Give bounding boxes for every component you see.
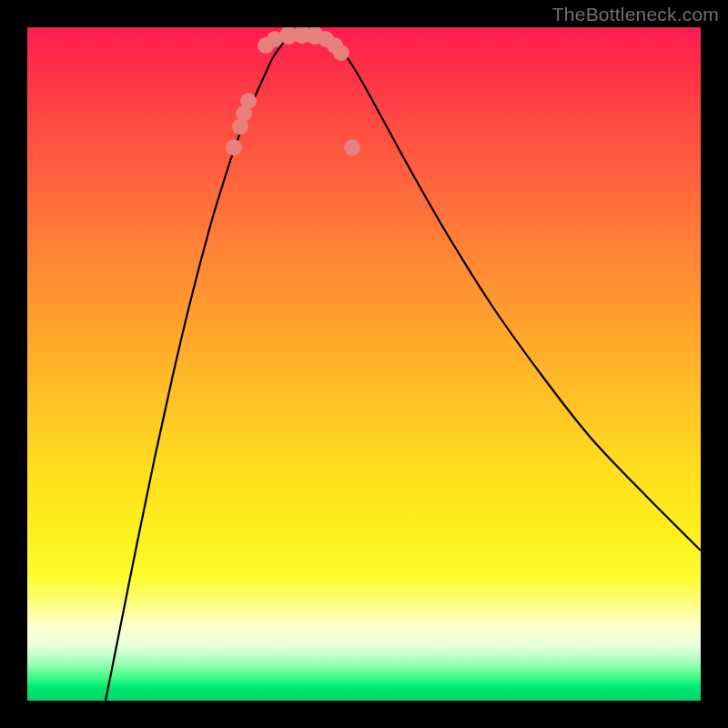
- curves-svg: [27, 27, 701, 701]
- marker-dot: [240, 93, 257, 109]
- marker-dot: [333, 45, 349, 61]
- left-curve: [106, 35, 289, 701]
- right-curve: [328, 35, 701, 551]
- marker-dots: [226, 27, 360, 156]
- plot-area: [27, 27, 701, 701]
- watermark-text: TheBottleneck.com: [552, 4, 719, 25]
- marker-dot: [344, 139, 360, 156]
- chart-frame: TheBottleneck.com: [0, 0, 728, 728]
- marker-dot: [226, 139, 242, 156]
